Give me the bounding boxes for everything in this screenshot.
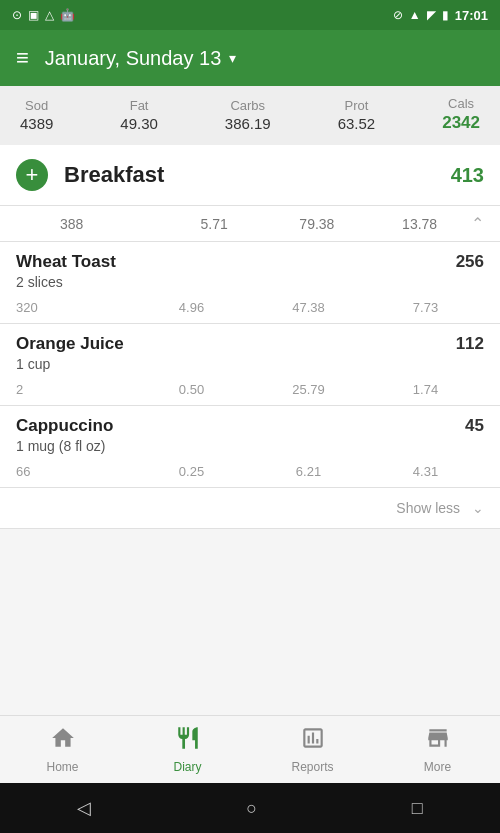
breakfast-prot: 13.78: [368, 216, 471, 232]
home-label: Home: [46, 760, 78, 774]
carbs-label: Carbs: [230, 98, 265, 113]
expand-icon: ⌄: [472, 500, 484, 516]
wifi-icon: ▲: [409, 8, 421, 22]
summary-col-carbs: Carbs 386.19: [225, 98, 271, 132]
orange-juice-fat: 0.50: [133, 382, 250, 397]
breakfast-fat: 5.71: [163, 216, 266, 232]
circle-icon: ⊙: [12, 8, 22, 22]
summary-col-prot: Prot 63.52: [338, 98, 376, 132]
android-icon: 🤖: [60, 8, 75, 22]
cals-value: 2342: [442, 113, 480, 133]
wheat-toast-header: Wheat Toast 256: [16, 252, 484, 272]
signal-icon: ◤: [427, 8, 436, 22]
cappuccino-cals: 45: [465, 416, 484, 436]
cappuccino-serving: 1 mug (8 fl oz): [16, 438, 484, 454]
nav-item-reports[interactable]: Reports: [250, 717, 375, 782]
show-more-row[interactable]: Show less ⌄: [0, 488, 500, 529]
bottom-nav: Home Diary Reports More: [0, 715, 500, 783]
orange-juice-name: Orange Juice: [16, 334, 124, 354]
cappuccino-header: Cappuccino 45: [16, 416, 484, 436]
more-icon: [425, 725, 451, 757]
orange-juice-header: Orange Juice 112: [16, 334, 484, 354]
orange-juice-cals: 112: [456, 334, 484, 354]
sod-value: 4389: [20, 115, 53, 132]
show-more-label: Show less: [396, 500, 460, 516]
status-time: 17:01: [455, 8, 488, 23]
diary-icon: [175, 725, 201, 757]
breakfast-title: Breakfast: [64, 162, 451, 188]
wheat-toast-nutrition: 320 4.96 47.38 7.73: [16, 296, 484, 323]
cappuccino-carbs: 6.21: [250, 464, 367, 479]
nav-item-more[interactable]: More: [375, 717, 500, 782]
food-item-cappuccino[interactable]: Cappuccino 45 1 mug (8 fl oz) 66 0.25 6.…: [0, 406, 500, 488]
reports-icon: [300, 725, 326, 757]
wheat-toast-fat: 4.96: [133, 300, 250, 315]
breakfast-sod: 388: [60, 216, 163, 232]
reports-label: Reports: [291, 760, 333, 774]
recent-button[interactable]: □: [412, 798, 423, 819]
wheat-toast-serving: 2 slices: [16, 274, 484, 290]
summary-col-fat: Fat 49.30: [120, 98, 158, 132]
cappuccino-name: Cappuccino: [16, 416, 113, 436]
wheat-toast-cals: 256: [456, 252, 484, 272]
orange-juice-nutrition: 2 0.50 25.79 1.74: [16, 378, 484, 405]
breakfast-nutrition-row: 388 5.71 79.38 13.78 ⌃: [0, 206, 500, 242]
collapse-icon[interactable]: ⌃: [471, 214, 484, 233]
orange-juice-prot: 1.74: [367, 382, 484, 397]
wheat-toast-carbs: 47.38: [250, 300, 367, 315]
food-item-wheat-toast[interactable]: Wheat Toast 256 2 slices 320 4.96 47.38 …: [0, 242, 500, 324]
wheat-toast-prot: 7.73: [367, 300, 484, 315]
nav-item-diary[interactable]: Diary: [125, 717, 250, 782]
breakfast-header: + Breakfast 413: [0, 145, 500, 206]
nav-title-text: January, Sunday 13: [45, 47, 221, 70]
status-bar: ⊙ ▣ △ 🤖 ⊘ ▲ ◤ ▮ 17:01: [0, 0, 500, 30]
main-content: + Breakfast 413 388 5.71 79.38 13.78 ⌃ W…: [0, 145, 500, 529]
status-bar-left: ⊙ ▣ △ 🤖: [12, 8, 75, 22]
add-breakfast-button[interactable]: +: [16, 159, 48, 191]
wheat-toast-sod: 320: [16, 300, 133, 315]
hamburger-icon[interactable]: ≡: [16, 45, 29, 71]
android-bar: ◁ ○ □: [0, 783, 500, 833]
battery-icon: ▮: [442, 8, 449, 22]
fat-label: Fat: [130, 98, 149, 113]
summary-header: Sod 4389 Fat 49.30 Carbs 386.19 Prot 63.…: [0, 86, 500, 145]
ban-icon: ⊘: [393, 8, 403, 22]
sod-label: Sod: [25, 98, 48, 113]
cappuccino-nutrition: 66 0.25 6.21 4.31: [16, 460, 484, 487]
nav-title[interactable]: January, Sunday 13 ▾: [45, 47, 484, 70]
orange-juice-serving: 1 cup: [16, 356, 484, 372]
cappuccino-fat: 0.25: [133, 464, 250, 479]
summary-col-cals: Cals 2342: [442, 96, 480, 133]
prot-label: Prot: [345, 98, 369, 113]
cappuccino-prot: 4.31: [367, 464, 484, 479]
fat-value: 49.30: [120, 115, 158, 132]
dropdown-arrow-icon: ▾: [229, 50, 236, 66]
carbs-value: 386.19: [225, 115, 271, 132]
home-icon: [50, 725, 76, 757]
wheat-toast-name: Wheat Toast: [16, 252, 116, 272]
summary-col-sod: Sod 4389: [20, 98, 53, 132]
diary-label: Diary: [173, 760, 201, 774]
warning-icon: △: [45, 8, 54, 22]
orange-juice-carbs: 25.79: [250, 382, 367, 397]
breakfast-carbs: 79.38: [266, 216, 369, 232]
orange-juice-sod: 2: [16, 382, 133, 397]
status-bar-right: ⊘ ▲ ◤ ▮ 17:01: [393, 8, 488, 23]
nav-item-home[interactable]: Home: [0, 717, 125, 782]
food-item-orange-juice[interactable]: Orange Juice 112 1 cup 2 0.50 25.79 1.74: [0, 324, 500, 406]
cals-label: Cals: [448, 96, 474, 111]
tablet-icon: ▣: [28, 8, 39, 22]
back-button[interactable]: ◁: [77, 797, 91, 819]
home-button[interactable]: ○: [246, 798, 257, 819]
cappuccino-sod: 66: [16, 464, 133, 479]
prot-value: 63.52: [338, 115, 376, 132]
more-label: More: [424, 760, 451, 774]
nav-bar: ≡ January, Sunday 13 ▾: [0, 30, 500, 86]
breakfast-calories: 413: [451, 164, 484, 187]
